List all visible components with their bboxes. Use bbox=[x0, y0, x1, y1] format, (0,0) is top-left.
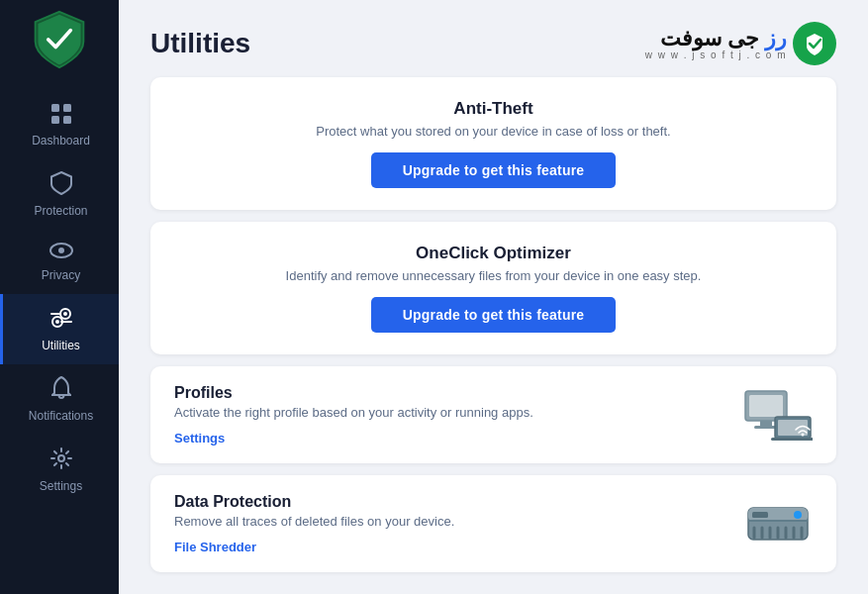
privacy-icon bbox=[49, 242, 73, 263]
dashboard-icon bbox=[50, 103, 72, 129]
brand-logo: رز جى سوفت w w w . j s o f t j . c o m bbox=[645, 22, 836, 65]
svg-point-7 bbox=[55, 320, 59, 324]
main-header: Utilities رز جى سوفت w w w . j s o f t j… bbox=[119, 0, 868, 77]
sidebar-item-label: Settings bbox=[40, 479, 82, 493]
profiles-card: Profiles Activate the right profile base… bbox=[150, 366, 836, 463]
data-protection-left: Data Protection Remove all traces of del… bbox=[174, 493, 743, 554]
notifications-icon bbox=[51, 376, 71, 404]
profiles-icon-area bbox=[743, 389, 813, 441]
data-protection-desc: Remove all traces of deleted files on yo… bbox=[174, 514, 743, 529]
profiles-settings-link[interactable]: Settings bbox=[174, 431, 743, 446]
sidebar-item-label: Dashboard bbox=[32, 134, 90, 148]
anti-theft-desc: Protect what you stored on your device i… bbox=[316, 124, 670, 139]
svg-point-31 bbox=[794, 511, 802, 519]
profiles-devices-icon bbox=[743, 389, 813, 441]
oneclick-title: OneClick Optimizer bbox=[416, 244, 571, 263]
brand-url: w w w . j s o f t j . c o m bbox=[645, 50, 787, 60]
hdd-icon bbox=[744, 500, 812, 547]
svg-point-10 bbox=[63, 312, 67, 316]
settings-icon bbox=[49, 446, 73, 474]
page-title: Utilities bbox=[150, 28, 250, 59]
profiles-desc: Activate the right profile based on your… bbox=[174, 405, 743, 420]
data-protection-card: Data Protection Remove all traces of del… bbox=[150, 475, 836, 572]
profiles-title: Profiles bbox=[174, 384, 743, 402]
svg-rect-3 bbox=[63, 116, 71, 124]
sidebar-item-label: Protection bbox=[34, 204, 87, 218]
sidebar-item-privacy[interactable]: Privacy bbox=[0, 230, 119, 294]
sidebar-item-protection[interactable]: Protection bbox=[0, 159, 119, 230]
app-logo bbox=[32, 10, 87, 73]
brand-arabic-text: رز جى سوفت bbox=[645, 28, 787, 50]
svg-rect-23 bbox=[748, 520, 808, 522]
main-content: Utilities رز جى سوفت w w w . j s o f t j… bbox=[119, 0, 868, 594]
cards-area: Anti-Theft Protect what you stored on yo… bbox=[119, 77, 868, 594]
svg-point-20 bbox=[802, 434, 805, 437]
sidebar: Dashboard Protection Privacy bbox=[0, 0, 119, 594]
protection-icon bbox=[50, 171, 72, 199]
sidebar-item-notifications[interactable]: Notifications bbox=[0, 364, 119, 435]
sidebar-item-settings[interactable]: Settings bbox=[0, 435, 119, 505]
profiles-card-left: Profiles Activate the right profile base… bbox=[174, 384, 743, 446]
brand-text: رز جى سوفت w w w . j s o f t j . c o m bbox=[645, 28, 787, 60]
sidebar-item-utilities[interactable]: Utilities bbox=[0, 294, 119, 364]
sidebar-item-dashboard[interactable]: Dashboard bbox=[0, 91, 119, 159]
anti-theft-title: Anti-Theft bbox=[453, 99, 532, 119]
sidebar-item-label: Utilities bbox=[42, 339, 80, 352]
oneclick-upgrade-button[interactable]: Upgrade to get this feature bbox=[371, 297, 617, 333]
sidebar-item-label: Notifications bbox=[29, 409, 93, 423]
svg-rect-15 bbox=[760, 421, 772, 426]
brand-icon bbox=[793, 22, 836, 65]
file-shredder-link[interactable]: File Shredder bbox=[174, 540, 743, 554]
svg-rect-1 bbox=[63, 104, 71, 112]
data-protection-icon-area bbox=[743, 500, 813, 547]
svg-rect-14 bbox=[749, 395, 783, 417]
oneclick-optimizer-card: OneClick Optimizer Identify and remove u… bbox=[150, 222, 836, 354]
svg-rect-32 bbox=[752, 512, 768, 518]
sidebar-item-label: Privacy bbox=[42, 268, 80, 282]
svg-rect-2 bbox=[51, 116, 59, 124]
svg-rect-19 bbox=[771, 438, 813, 441]
utilities-icon bbox=[49, 306, 73, 334]
data-protection-title: Data Protection bbox=[174, 493, 743, 511]
anti-theft-upgrade-button[interactable]: Upgrade to get this feature bbox=[371, 152, 617, 188]
anti-theft-card: Anti-Theft Protect what you stored on yo… bbox=[150, 77, 836, 210]
oneclick-desc: Identify and remove unnecessary files fr… bbox=[286, 268, 702, 283]
svg-point-5 bbox=[58, 248, 64, 253]
svg-point-12 bbox=[58, 455, 64, 461]
svg-rect-0 bbox=[51, 104, 59, 112]
